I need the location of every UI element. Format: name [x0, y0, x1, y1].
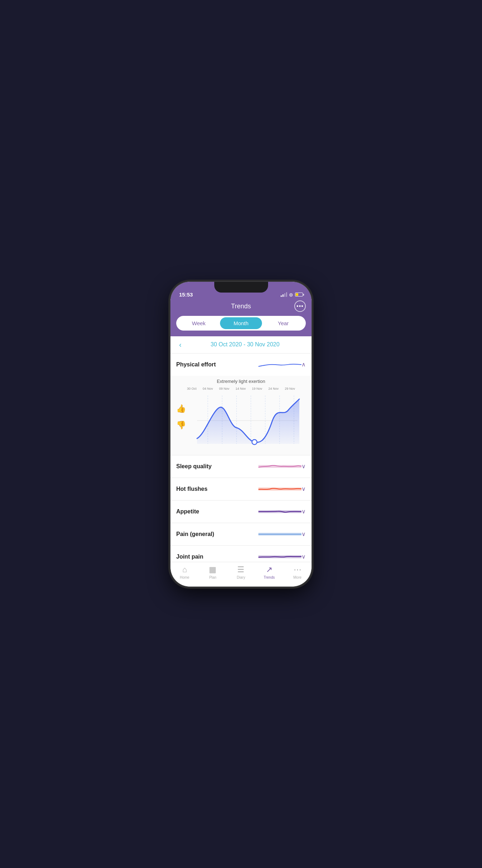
nav-diary[interactable]: ☰ Diary [227, 565, 255, 579]
tab-month[interactable]: Month [220, 317, 262, 329]
plan-icon: ▦ [209, 565, 216, 574]
tab-selector: Week Month Year [170, 316, 312, 336]
joint-pain-mini-chart [258, 551, 301, 562]
thumbs-icons: 👍 👎 [176, 404, 186, 430]
wifi-icon: ⊛ [289, 292, 293, 298]
section-joint-pain-title: Joint pain [176, 554, 258, 560]
joint-pain-chevron: ∨ [301, 553, 306, 560]
battery-icon [295, 293, 303, 297]
signal-icon [281, 292, 287, 297]
date-back-arrow[interactable]: ‹ [176, 341, 184, 349]
nav-diary-label: Diary [237, 575, 245, 579]
tab-year[interactable]: Year [262, 317, 304, 329]
more-icon: ⋯ [294, 565, 301, 574]
app-header: Trends ••• [170, 300, 312, 316]
nav-plan[interactable]: ▦ Plan [199, 565, 227, 579]
section-sleep-quality-title: Sleep quality [176, 463, 258, 470]
section-joint-pain: Joint pain ∨ [170, 546, 312, 562]
chart-area: 👍 👎 [176, 392, 306, 449]
tab-week[interactable]: Week [178, 317, 220, 329]
section-pain-general-header[interactable]: Pain (general) ∨ [170, 523, 312, 545]
chart-data-point [252, 440, 257, 445]
section-appetite-title: Appetite [176, 508, 258, 515]
header-title: Trends [231, 303, 251, 310]
section-sleep-quality: Sleep quality ∨ [170, 455, 312, 478]
section-sleep-quality-header[interactable]: Sleep quality ∨ [170, 455, 312, 478]
pain-general-chevron: ∨ [301, 531, 306, 537]
chart-subtitle: Extremely light exertion [176, 379, 306, 384]
scroll-area[interactable]: ‹ 30 Oct 2020 - 30 Nov 2020 Physical eff… [170, 336, 312, 562]
nav-trends-label: Trends [264, 575, 275, 579]
section-physical-effort-header[interactable]: Physical effort ∧ [170, 354, 312, 376]
sleep-quality-mini-chart [258, 461, 301, 472]
section-pain-general-title: Pain (general) [176, 531, 258, 537]
nav-trends[interactable]: ↗ Trends [255, 565, 284, 579]
physical-effort-chart-expanded: Extremely light exertion 30 Oct 04 Nov 0… [170, 376, 312, 455]
physical-effort-mini-chart [258, 359, 301, 370]
diary-icon: ☰ [237, 565, 244, 574]
trends-icon: ↗ [266, 565, 272, 574]
nav-home[interactable]: ⌂ Home [170, 565, 199, 579]
appetite-chevron: ∨ [301, 508, 306, 515]
section-appetite: Appetite ∨ [170, 501, 312, 523]
phone-frame: 15:53 ⊛ Trends ••• Week Month [170, 282, 312, 587]
section-physical-effort: Physical effort ∧ Extremely [170, 354, 312, 455]
thumbs-up-icon: 👍 [176, 404, 186, 413]
section-hot-flushes-header[interactable]: Hot flushes ∨ [170, 478, 312, 500]
section-pain-general: Pain (general) ∨ [170, 523, 312, 546]
chart-dates: 30 Oct 04 Nov 09 Nov 14 Nov 19 Nov 24 No… [176, 387, 306, 392]
notch [214, 282, 268, 293]
date-range-text: 30 Oct 2020 - 30 Nov 2020 [184, 341, 306, 348]
nav-more-label: More [293, 575, 301, 579]
physical-effort-chevron-up: ∧ [301, 361, 306, 368]
header-more-button[interactable]: ••• [294, 300, 306, 312]
nav-home-label: Home [180, 575, 189, 579]
phone-screen: 15:53 ⊛ Trends ••• Week Month [170, 282, 312, 587]
section-appetite-header[interactable]: Appetite ∨ [170, 501, 312, 523]
hot-flushes-chevron: ∨ [301, 485, 306, 492]
nav-more[interactable]: ⋯ More [283, 565, 312, 579]
section-hot-flushes: Hot flushes ∨ [170, 478, 312, 501]
section-joint-pain-header[interactable]: Joint pain ∨ [170, 546, 312, 562]
appetite-mini-chart [258, 506, 301, 517]
section-physical-effort-title: Physical effort [176, 361, 258, 368]
hot-flushes-mini-chart [258, 484, 301, 494]
date-range-bar: ‹ 30 Oct 2020 - 30 Nov 2020 [170, 336, 312, 354]
physical-effort-chart-svg [189, 392, 306, 449]
status-icons: ⊛ [281, 292, 303, 298]
ellipsis-icon: ••• [296, 303, 304, 309]
sleep-quality-chevron: ∨ [301, 463, 306, 470]
tab-pills: Week Month Year [176, 316, 306, 331]
nav-plan-label: Plan [209, 575, 216, 579]
chart-svg-container [189, 392, 306, 449]
section-hot-flushes-title: Hot flushes [176, 486, 258, 492]
bottom-navigation: ⌂ Home ▦ Plan ☰ Diary ↗ Trends ⋯ More [170, 562, 312, 587]
status-time: 15:53 [179, 291, 193, 298]
thumbs-down-icon: 👎 [176, 421, 186, 430]
pain-general-mini-chart [258, 529, 301, 540]
home-icon: ⌂ [182, 565, 187, 574]
